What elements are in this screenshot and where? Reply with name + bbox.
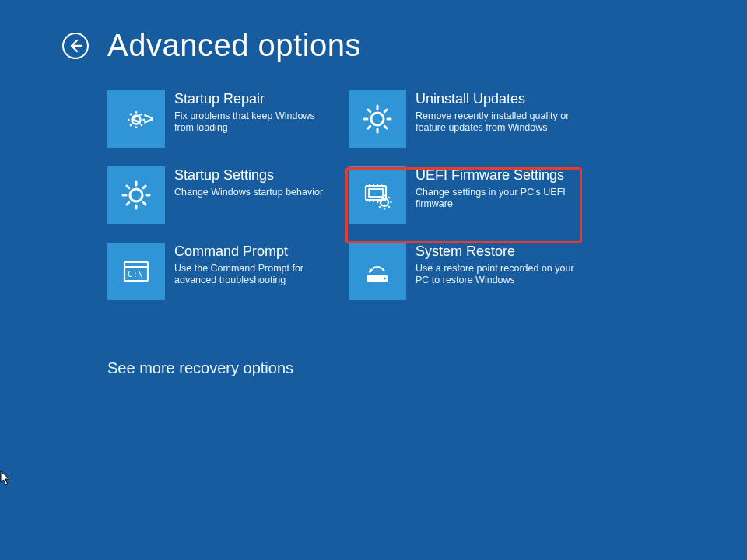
- tile-title: Uninstall Updates: [416, 92, 575, 107]
- svg-text:>: >: [144, 109, 154, 128]
- svg-point-53: [384, 278, 386, 280]
- svg-point-11: [371, 113, 384, 125]
- tile-uninstall-updates[interactable]: Uninstall Updates Remove recently instal…: [349, 90, 582, 148]
- tile-text: Startup Settings Change Windows startup …: [174, 166, 323, 198]
- svg-line-25: [127, 186, 129, 188]
- page-title: Advanced options: [107, 28, 361, 63]
- svg-rect-30: [369, 189, 383, 197]
- svg-line-44: [379, 197, 380, 198]
- tile-title: Startup Settings: [174, 168, 323, 184]
- tile-desc: Use a restore point recorded on your PC …: [416, 263, 575, 287]
- svg-line-26: [143, 202, 146, 205]
- svg-line-46: [388, 197, 389, 198]
- svg-point-20: [130, 189, 142, 201]
- svg-line-18: [384, 110, 387, 112]
- back-arrow-icon: [68, 38, 83, 54]
- tile-title: Command Prompt: [174, 244, 334, 260]
- tile-desc: Fix problems that keep Windows from load…: [174, 110, 334, 135]
- tile-desc: Change Windows startup behavior: [174, 187, 323, 199]
- tile-uefi-firmware-settings[interactable]: UEFI Firmware Settings Change settings i…: [349, 166, 582, 224]
- tile-text: System Restore Use a restore point recor…: [416, 243, 575, 287]
- uefi-firmware-icon: [349, 166, 406, 224]
- mouse-cursor-icon: [0, 471, 12, 489]
- svg-line-27: [143, 186, 146, 188]
- startup-settings-icon: [107, 166, 165, 224]
- tile-text: Startup Repair Fix problems that keep Wi…: [174, 90, 334, 135]
- svg-line-9: [130, 124, 132, 126]
- startup-repair-icon: < >: [107, 90, 165, 148]
- tile-startup-repair[interactable]: < > Startup Repair Fix problems that kee…: [107, 90, 341, 148]
- tile-text: Command Prompt Use the Command Prompt fo…: [174, 243, 334, 287]
- back-button[interactable]: [62, 33, 89, 59]
- svg-line-16: [368, 110, 370, 112]
- tile-desc: Change settings in your PC's UEFI firmwa…: [416, 187, 575, 211]
- options-grid: < > Startup Repair Fix problems that kee…: [107, 90, 582, 300]
- svg-line-7: [141, 124, 142, 126]
- tile-startup-settings[interactable]: Startup Settings Change Windows startup …: [107, 166, 341, 224]
- svg-line-17: [384, 126, 387, 128]
- uninstall-updates-icon: [349, 90, 406, 148]
- tile-title: System Restore: [416, 244, 575, 260]
- see-more-recovery-options-link[interactable]: See more recovery options: [107, 359, 293, 377]
- tile-desc: Use the Command Prompt for advanced trou…: [174, 263, 334, 287]
- command-prompt-icon: C:\: [107, 243, 165, 300]
- tile-title: UEFI Firmware Settings: [416, 168, 575, 184]
- tile-title: Startup Repair: [174, 92, 334, 107]
- svg-line-8: [141, 114, 142, 115]
- svg-line-28: [127, 202, 129, 205]
- tile-command-prompt[interactable]: C:\ Command Prompt Use the Command Promp…: [107, 243, 341, 300]
- tile-text: Uninstall Updates Remove recently instal…: [416, 90, 575, 135]
- svg-line-6: [130, 114, 132, 115]
- tile-desc: Remove recently installed quality or fea…: [416, 110, 575, 135]
- page-header: Advanced options: [62, 28, 361, 63]
- svg-line-19: [368, 126, 370, 128]
- tile-system-restore[interactable]: System Restore Use a restore point recor…: [349, 243, 582, 300]
- system-restore-icon: [349, 243, 406, 300]
- svg-text:C:\: C:\: [128, 269, 143, 279]
- svg-line-47: [379, 206, 380, 207]
- svg-line-45: [388, 206, 389, 207]
- tile-text: UEFI Firmware Settings Change settings i…: [416, 166, 575, 211]
